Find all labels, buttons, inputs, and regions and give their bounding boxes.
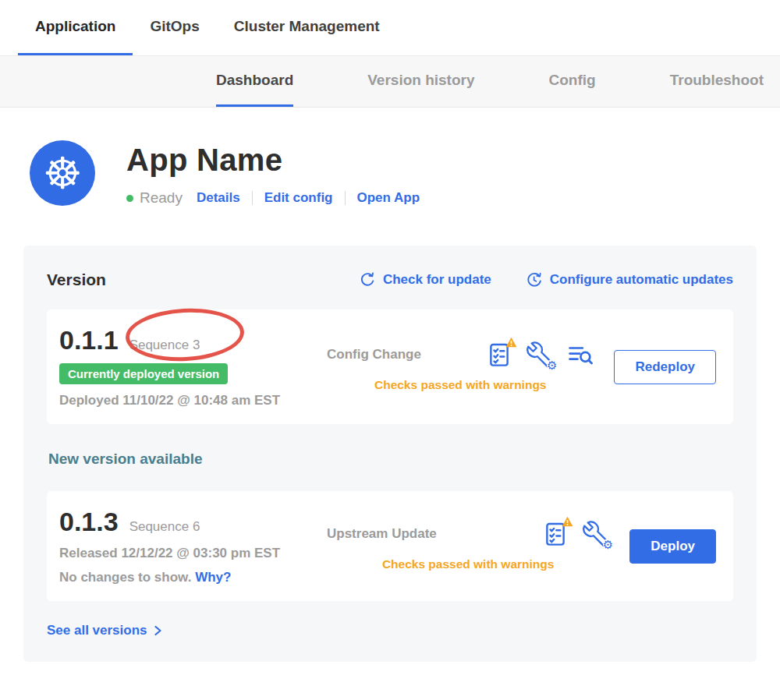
main-content: ☸ App Name Ready Details Edit config Ope…	[0, 108, 780, 685]
preflight-checks-icon[interactable]	[542, 521, 569, 547]
no-changes-text: No changes to show.	[59, 570, 191, 585]
app-sub-navigation: Dashboard Version history Config Trouble…	[0, 56, 780, 108]
config-wrench-icon[interactable]: ⚙	[583, 521, 609, 547]
top-navigation: Application GitOps Cluster Management	[0, 0, 780, 56]
warning-triangle-icon	[562, 516, 573, 527]
deployed-timestamp: Deployed 11/10/22 @ 10:48 am EST	[59, 393, 321, 408]
gear-icon: ⚙	[603, 539, 613, 550]
config-wrench-icon[interactable]: ⚙	[526, 341, 553, 368]
app-header-text: App Name Ready Details Edit config Open …	[126, 140, 420, 207]
view-files-icon[interactable]	[567, 341, 594, 368]
new-version-sequence: Sequence 6	[129, 519, 200, 535]
ready-status-dot-icon	[126, 195, 133, 202]
configure-automatic-updates-label: Configure automatic updates	[550, 272, 733, 288]
app-status-row: Ready Details Edit config Open App	[126, 189, 420, 207]
tab-troubleshoot[interactable]: Troubleshoot	[670, 56, 764, 107]
no-changes-row: No changes to show. Why?	[59, 570, 321, 585]
new-version-info: 0.1.3 Sequence 6 Released 12/12/22 @ 03:…	[59, 507, 321, 585]
current-version-sequence: Sequence 3	[129, 338, 200, 353]
details-link[interactable]: Details	[197, 190, 240, 206]
preflight-checks-icon[interactable]	[486, 341, 512, 368]
deploy-button[interactable]: Deploy	[629, 529, 716, 564]
version-panel: Version Check for update Configure autom…	[23, 246, 757, 662]
divider	[345, 191, 346, 205]
new-version-line: 0.1.3 Sequence 6	[59, 507, 321, 537]
current-version-number: 0.1.1	[59, 325, 119, 355]
warning-triangle-icon	[505, 337, 517, 348]
edit-config-link[interactable]: Edit config	[264, 190, 333, 206]
version-panel-title: Version	[47, 270, 359, 289]
new-version-middle: Upstream Update	[321, 521, 615, 571]
app-status: Ready	[140, 189, 183, 207]
tab-dashboard[interactable]: Dashboard	[216, 56, 293, 107]
new-version-number: 0.1.3	[59, 507, 119, 537]
current-version-middle: Config Change	[321, 341, 600, 392]
currently-deployed-badge: Currently deployed version	[59, 363, 228, 384]
kubernetes-logo-icon: ☸	[30, 140, 95, 206]
divider	[252, 191, 253, 205]
configure-automatic-updates-link[interactable]: Configure automatic updates	[526, 271, 733, 288]
app-title: App Name	[126, 143, 420, 178]
released-timestamp: Released 12/12/22 @ 03:30 pm EST	[59, 546, 321, 561]
tab-gitops[interactable]: GitOps	[133, 0, 216, 55]
refresh-icon	[359, 271, 376, 288]
tab-cluster-management[interactable]: Cluster Management	[217, 0, 397, 55]
why-link[interactable]: Why?	[195, 570, 231, 585]
see-all-versions-link[interactable]: See all versions	[47, 623, 163, 638]
app-header: ☸ App Name Ready Details Edit config Ope…	[30, 140, 757, 207]
redeploy-button[interactable]: Redeploy	[614, 350, 716, 384]
current-version-info: 0.1.1 Sequence 3 Currently deployed vers…	[59, 325, 321, 408]
check-for-update-label: Check for update	[383, 272, 491, 288]
see-all-versions-label: See all versions	[47, 623, 147, 638]
tab-application[interactable]: Application	[18, 0, 133, 55]
clock-refresh-icon	[526, 271, 543, 288]
version-panel-header: Version Check for update Configure autom…	[47, 270, 733, 289]
current-checks-status: Checks passed with warnings	[327, 378, 594, 392]
new-version-card: 0.1.3 Sequence 6 Released 12/12/22 @ 03:…	[47, 491, 733, 601]
check-for-update-link[interactable]: Check for update	[359, 271, 491, 288]
gear-icon: ⚙	[547, 359, 557, 371]
tab-version-history[interactable]: Version history	[367, 56, 474, 107]
current-version-line: 0.1.1 Sequence 3	[59, 325, 321, 355]
current-version-source: Config Change	[327, 347, 421, 362]
chevron-right-icon	[153, 625, 163, 636]
open-app-link[interactable]: Open App	[357, 190, 420, 206]
current-version-icons: ⚙	[486, 341, 594, 368]
current-version-card: 0.1.1 Sequence 3 Currently deployed vers…	[47, 309, 733, 424]
new-version-icons: ⚙	[542, 521, 609, 547]
new-version-heading: New version available	[48, 451, 733, 468]
tab-config[interactable]: Config	[549, 56, 596, 107]
new-checks-status: Checks passed with warnings	[327, 557, 609, 571]
new-version-source: Upstream Update	[327, 526, 437, 542]
